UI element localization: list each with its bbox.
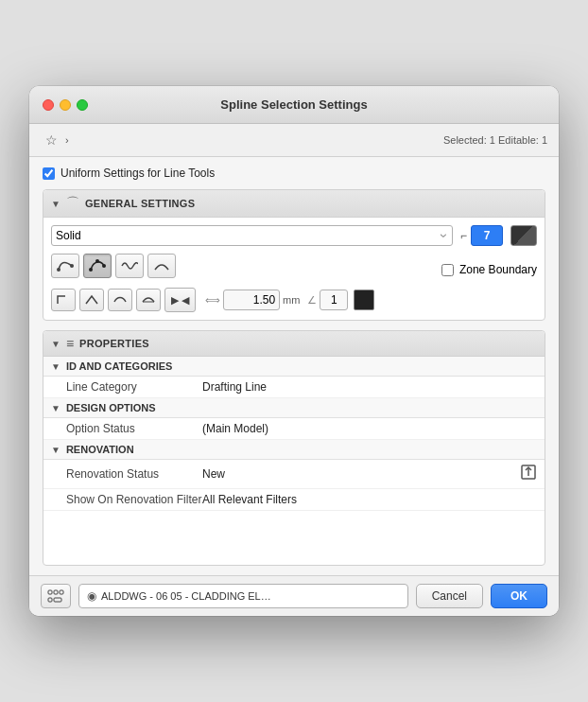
- properties-title: PROPERTIES: [79, 338, 149, 349]
- zone-boundary-label: Zone Boundary: [459, 263, 537, 276]
- properties-header: ▼ ≡ PROPERTIES: [43, 331, 545, 357]
- keyboard-shortcut-button[interactable]: [41, 584, 71, 608]
- line-style-select-wrapper: Solid: [51, 225, 453, 246]
- general-settings-collapse[interactable]: ▼: [51, 199, 61, 209]
- renovation-group-header: ▼ RENOVATION: [43, 440, 545, 460]
- close-button[interactable]: [43, 99, 54, 111]
- line-color-small[interactable]: [354, 290, 374, 310]
- design-options-collapse[interactable]: ▼: [51, 403, 61, 413]
- spline-tool-1[interactable]: [51, 254, 79, 278]
- line-weight-area: ⌐ 7: [460, 225, 503, 246]
- id-categories-group-header: ▼ ID AND CATEGORIES: [43, 357, 545, 377]
- line-color-selector[interactable]: [510, 225, 537, 246]
- zone-boundary-row: Zone Boundary: [441, 263, 537, 276]
- eye-icon: ◉: [87, 589, 96, 603]
- traffic-lights: [43, 99, 88, 111]
- design-options-group-header: ▼ DESIGN OPTIONS: [43, 398, 545, 418]
- uniform-settings-row: Uniform Settings for Line Tools: [43, 167, 545, 180]
- svg-point-4: [102, 264, 106, 268]
- view-indicator[interactable]: ◉ ALDDWG - 06 05 - CLADDING ELEVA...: [78, 584, 408, 608]
- renovation-status-action[interactable]: [520, 464, 537, 484]
- line-weight-icon: ⌐: [460, 229, 467, 242]
- renovation-filter-value: All Relevant Filters: [202, 493, 537, 506]
- properties-body: ▼ ID AND CATEGORIES Line Category Drafti…: [43, 357, 545, 565]
- option-status-label: Option Status: [51, 422, 202, 435]
- ok-button[interactable]: OK: [491, 584, 547, 608]
- segment-unit: mm: [283, 294, 300, 306]
- minimize-button[interactable]: [60, 99, 71, 111]
- settings-icon: ⌒: [66, 195, 79, 212]
- svg-rect-9: [54, 590, 58, 594]
- id-categories-collapse[interactable]: ▼: [51, 361, 61, 372]
- general-settings-title: GENERAL SETTINGS: [85, 198, 195, 209]
- maximize-button[interactable]: [77, 99, 88, 111]
- angle-input[interactable]: [320, 290, 348, 310]
- spline-tool-2[interactable]: [83, 254, 112, 278]
- design-options-title: DESIGN OPTIONS: [66, 402, 156, 413]
- geo-tool-3[interactable]: [108, 289, 132, 311]
- general-settings-section: ▼ ⌒ GENERAL SETTINGS Solid ⌐ 7: [43, 189, 545, 321]
- window-title: Spline Selection Settings: [220, 97, 367, 112]
- view-name: ALDDWG - 06 05 - CLADDING ELEVA...: [101, 590, 271, 602]
- svg-point-2: [89, 268, 93, 272]
- favorites-button[interactable]: ☆: [41, 130, 61, 150]
- uniform-settings-checkbox[interactable]: [43, 167, 55, 180]
- svg-rect-10: [60, 590, 63, 594]
- svg-point-3: [95, 259, 99, 263]
- renovation-status-value: New: [202, 467, 520, 481]
- svg-point-1: [70, 264, 74, 268]
- toolbar-left: ☆ ›: [41, 130, 69, 150]
- line-style-row: Solid ⌐ 7: [51, 225, 537, 246]
- content-area: Uniform Settings for Line Tools ▼ ⌒ GENE…: [29, 157, 559, 575]
- renovation-title: RENOVATION: [66, 444, 134, 455]
- line-category-row: Line Category Drafting Line: [43, 377, 545, 398]
- uniform-settings-label: Uniform Settings for Line Tools: [61, 167, 215, 180]
- segment-length-area: ⟺ mm: [205, 290, 300, 310]
- option-status-row: Option Status (Main Model): [43, 418, 545, 440]
- main-window: Spline Selection Settings ☆ › Selected: …: [29, 86, 559, 616]
- spline-tools-row: [51, 254, 176, 278]
- arc-tool[interactable]: [147, 254, 176, 278]
- titlebar: Spline Selection Settings: [29, 86, 559, 124]
- general-settings-body: Solid ⌐ 7: [43, 218, 545, 320]
- seg-length-icon: ⟺: [205, 294, 220, 307]
- properties-collapse[interactable]: ▼: [51, 339, 61, 349]
- renovation-status-row: Renovation Status New: [43, 460, 545, 489]
- line-weight-value[interactable]: 7: [471, 225, 503, 246]
- id-categories-title: ID AND CATEGORIES: [66, 360, 172, 372]
- svg-point-0: [57, 268, 61, 272]
- selection-info: Selected: 1 Editable: 1: [443, 134, 547, 146]
- renovation-filter-label: Show On Renovation Filter: [51, 493, 202, 506]
- wave-tool[interactable]: [115, 254, 144, 278]
- line-category-value: Drafting Line: [202, 380, 537, 394]
- svg-rect-12: [54, 598, 61, 602]
- segment-length-input[interactable]: [223, 290, 280, 310]
- properties-icon: ≡: [66, 336, 74, 351]
- line-style-select[interactable]: Solid: [51, 225, 453, 246]
- geometry-row: ▶ ◀ ⟺ mm ∠: [51, 286, 537, 312]
- geo-tool-1[interactable]: [51, 289, 76, 311]
- geo-tool-2[interactable]: [79, 289, 104, 311]
- angle-area: ∠: [307, 290, 348, 310]
- toolbar: ☆ › Selected: 1 Editable: 1: [29, 124, 559, 157]
- geo-tool-4[interactable]: [136, 289, 161, 311]
- properties-section: ▼ ≡ PROPERTIES ▼ ID AND CATEGORIES Line …: [43, 330, 545, 566]
- angle-icon: ∠: [307, 294, 317, 307]
- arrow-direction-icon: ▶ ◀: [171, 294, 189, 307]
- arrow-direction-btn[interactable]: ▶ ◀: [164, 288, 196, 312]
- bottom-bar: ◉ ALDDWG - 06 05 - CLADDING ELEVA... Can…: [29, 575, 559, 616]
- cancel-button[interactable]: Cancel: [416, 584, 483, 608]
- renovation-status-label: Renovation Status: [51, 467, 202, 481]
- line-category-label: Line Category: [51, 380, 202, 394]
- breadcrumb-chevron[interactable]: ›: [65, 134, 69, 146]
- svg-rect-11: [48, 598, 52, 602]
- zone-boundary-checkbox[interactable]: [441, 264, 454, 276]
- renovation-filter-row: Show On Renovation Filter All Relevant F…: [43, 489, 545, 511]
- tools-and-zone-row: Zone Boundary: [51, 254, 537, 286]
- svg-rect-8: [48, 590, 52, 594]
- option-status-value: (Main Model): [202, 422, 537, 435]
- general-settings-header: ▼ ⌒ GENERAL SETTINGS: [43, 190, 545, 218]
- renovation-collapse[interactable]: ▼: [51, 445, 61, 455]
